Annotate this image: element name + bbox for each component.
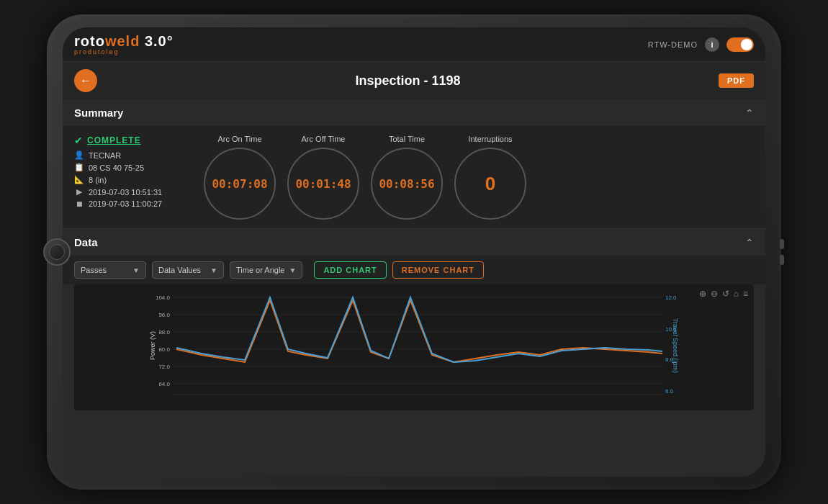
start-time-value: 2019-07-03 10:51:31 (89, 188, 162, 197)
tablet-frame: rotoweld 3.0° produtoleg RTW-DEMO i ← In… (47, 14, 781, 490)
complete-check-icon: ✔ (74, 135, 83, 146)
end-time-value: 2019-07-03 11:00:27 (89, 199, 162, 208)
info-button[interactable]: i (705, 37, 719, 52)
gauge-arc-off: Arc Off Time 00:01:48 (287, 135, 359, 220)
summary-header: Summary ⌃ (63, 99, 765, 126)
toggle-knob (741, 39, 752, 50)
time-angle-label: Time or Angle (236, 266, 284, 274)
data-controls: Passes ▼ Data Values ▼ Time or Angle ▼ A… (63, 256, 765, 284)
data-section: Data ⌃ Passes ▼ Data Values ▼ Time or An… (63, 228, 765, 410)
chart-toolbar: ⊕ ⊖ ↺ ⌂ ≡ (699, 289, 748, 299)
summary-title: Summary (74, 107, 123, 119)
side-buttons (780, 239, 784, 265)
end-icon: ⏹ (74, 199, 84, 208)
summary-chevron[interactable]: ⌃ (745, 107, 754, 119)
svg-text:104.0: 104.0 (156, 294, 171, 301)
material-row: 📋 08 CS 40 75-25 (74, 163, 189, 172)
logo-sub: produtoleg (74, 48, 174, 55)
demo-label: RTW-DEMO (648, 40, 698, 49)
home-chart-icon[interactable]: ⌂ (734, 289, 739, 299)
gauge-arc-on-value: 00:07:08 (212, 177, 267, 191)
svg-text:10.0: 10.0 (665, 326, 677, 333)
data-values-arrow: ▼ (210, 266, 217, 274)
end-time-row: ⏹ 2019-07-03 11:00:27 (74, 199, 189, 208)
time-angle-dropdown[interactable]: Time or Angle ▼ (230, 261, 302, 279)
tablet-screen: rotoweld 3.0° produtoleg RTW-DEMO i ← In… (63, 27, 765, 477)
operator-value: TECNAR (89, 151, 121, 160)
gauge-total-label: Total Time (389, 135, 425, 143)
gauge-arc-on-label: Arc On Time (217, 135, 261, 143)
summary-content: ✔ COMPLETE 👤 TECNAR 📋 08 CS 40 75-25 (63, 126, 765, 228)
passes-dropdown-arrow: ▼ (132, 266, 140, 274)
page-title: Inspection - 1198 (355, 73, 460, 89)
data-values-label: Data Values (158, 266, 201, 274)
data-title: Data (74, 236, 98, 248)
gauge-arc-off-circle: 00:01:48 (287, 148, 359, 220)
back-icon: ← (80, 74, 91, 87)
zoom-out-icon[interactable]: ⊖ (711, 289, 718, 299)
gauge-total-value: 00:08:56 (379, 177, 434, 191)
logo: rotoweld 3.0° (74, 33, 174, 50)
passes-dropdown[interactable]: Passes ▼ (74, 261, 146, 279)
main-content: Summary ⌃ ✔ COMPLETE 👤 TECNAR (63, 99, 765, 477)
logo-area: rotoweld 3.0° produtoleg (74, 33, 174, 55)
svg-text:Power (V): Power (V) (149, 331, 156, 360)
svg-text:72.0: 72.0 (158, 364, 170, 370)
gauge-total: Total Time 00:08:56 (371, 135, 443, 220)
size-row: 📐 8 (in) (74, 175, 189, 184)
gauge-arc-off-value: 00:01:48 (295, 177, 351, 191)
svg-text:80.0: 80.0 (158, 346, 170, 353)
time-angle-arrow: ▼ (289, 266, 296, 274)
gauge-arc-on: Arc On Time 00:07:08 (204, 135, 276, 220)
start-time-row: ▶ 2019-07-03 10:51:31 (74, 187, 189, 197)
size-value: 8 (in) (89, 176, 107, 184)
reset-icon[interactable]: ↺ (722, 289, 729, 299)
add-chart-button[interactable]: ADD CHART (314, 261, 386, 279)
summary-section: Summary ⌃ ✔ COMPLETE 👤 TECNAR (63, 99, 765, 228)
chart-svg: Power (V) Travel Speed (ipm) 104.0 (80, 290, 748, 402)
top-right-controls: RTW-DEMO i (648, 37, 754, 52)
gauge-arc-on-circle: 00:07:08 (204, 148, 276, 220)
gauge-interruptions-value: 0 (485, 173, 495, 195)
material-icon: 📋 (74, 163, 84, 172)
home-button[interactable] (43, 238, 71, 266)
svg-text:64.0: 64.0 (158, 381, 170, 387)
material-value: 08 CS 40 75-25 (89, 163, 144, 172)
data-values-dropdown[interactable]: Data Values ▼ (152, 261, 224, 279)
data-chevron[interactable]: ⌃ (745, 237, 754, 248)
gauge-interruptions-label: Interruptions (468, 135, 512, 143)
svg-text:12.0: 12.0 (665, 294, 677, 301)
back-button[interactable]: ← (74, 69, 97, 92)
top-bar: rotoweld 3.0° produtoleg RTW-DEMO i (63, 27, 765, 62)
svg-text:8.0: 8.0 (665, 356, 674, 363)
status-row: ✔ COMPLETE (74, 135, 189, 146)
summary-left: ✔ COMPLETE 👤 TECNAR 📋 08 CS 40 75-25 (74, 135, 189, 220)
gauge-interruptions: Interruptions 0 (454, 135, 526, 220)
data-header: Data ⌃ (63, 229, 765, 256)
size-icon: 📐 (74, 175, 84, 184)
remove-chart-button[interactable]: REMOVE CHART (392, 261, 484, 279)
operator-row: 👤 TECNAR (74, 150, 189, 160)
svg-text:88.0: 88.0 (158, 329, 170, 336)
operator-icon: 👤 (74, 150, 84, 160)
menu-icon[interactable]: ≡ (743, 289, 748, 299)
chart-area: ⊕ ⊖ ↺ ⌂ ≡ Power (V) Travel Speed (ipm) (74, 284, 754, 410)
status-badge: COMPLETE (87, 135, 141, 145)
passes-dropdown-label: Passes (81, 266, 107, 274)
start-icon: ▶ (74, 187, 84, 197)
gauges-container: Arc On Time 00:07:08 Arc Off Time 00:01:… (204, 135, 754, 220)
pdf-button[interactable]: PDF (719, 73, 754, 88)
page-header: ← Inspection - 1198 PDF (63, 62, 765, 99)
zoom-icon[interactable]: ⊕ (699, 289, 706, 299)
svg-text:6.0: 6.0 (665, 388, 674, 395)
gauge-interruptions-circle: 0 (454, 148, 526, 220)
gauge-total-circle: 00:08:56 (371, 148, 443, 220)
theme-toggle[interactable] (726, 37, 754, 52)
svg-text:96.0: 96.0 (158, 312, 170, 318)
gauge-arc-off-label: Arc Off Time (302, 135, 346, 143)
